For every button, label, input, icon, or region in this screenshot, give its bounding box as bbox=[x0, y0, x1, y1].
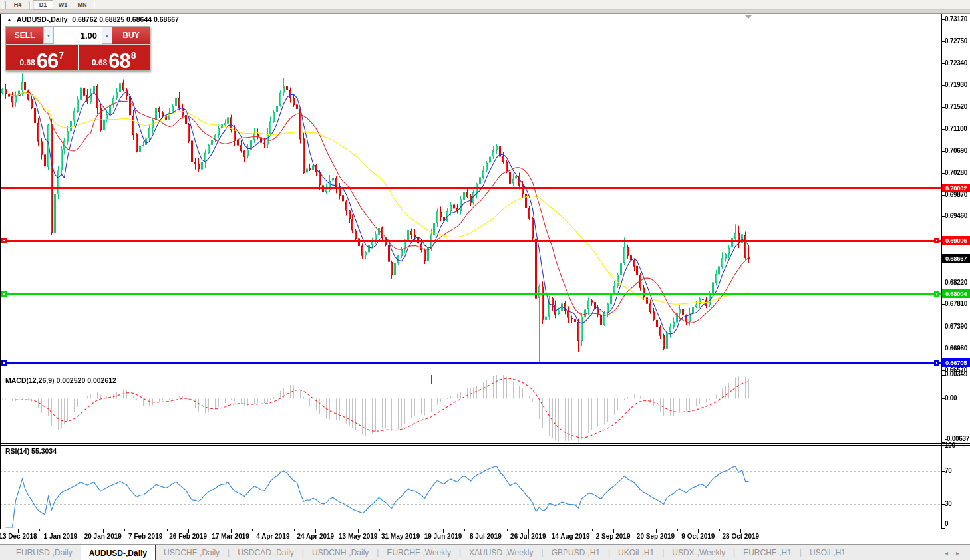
chart-ohlc-values: 0.68762 0.68825 0.68644 0.68667 bbox=[72, 15, 179, 23]
rsi-axis-label: 70 bbox=[945, 467, 970, 474]
price-badge-0.70002: 0.70002 bbox=[942, 184, 970, 192]
price-axis-label: 0.73170 bbox=[945, 15, 970, 23]
toolbar-grip[interactable] bbox=[2, 1, 6, 9]
time-axis-label: 8 Jul 2019 bbox=[470, 533, 502, 540]
rsi-indicator-label: RSI(14) 55.3034 bbox=[5, 447, 57, 455]
price-chart-canvas[interactable] bbox=[0, 0, 970, 560]
price-badge-0.66705: 0.66705 bbox=[942, 358, 970, 367]
chart-tab-eurchf-h1[interactable]: EURCHF-,H1 bbox=[735, 545, 800, 560]
timeframe-button-d1[interactable]: D1 bbox=[33, 0, 53, 10]
timeframe-button-h4[interactable]: H4 bbox=[8, 1, 27, 9]
time-axis-label: 17 Mar 2019 bbox=[212, 533, 249, 540]
chart-tab-bar: EURUSD-,DailyAUDUSD-,DailyUSDCHF-,Daily|… bbox=[0, 544, 970, 560]
price-axis-border bbox=[941, 14, 942, 529]
price-axis-label: 0.67810 bbox=[945, 300, 970, 307]
buy-price-prefix: 0.68 bbox=[92, 58, 107, 67]
chart-tab-eurusd-daily[interactable]: EURUSD-,Daily bbox=[8, 545, 81, 560]
time-axis-label: 19 Jun 2019 bbox=[424, 533, 462, 540]
price-badge-0.68667: 0.68667 bbox=[942, 254, 970, 263]
window-chrome-strip bbox=[0, 10, 970, 14]
buy-price-panel[interactable]: 0.68 68 8 bbox=[79, 45, 150, 70]
chart-tab-usoil-h1[interactable]: USOil-,H1 bbox=[802, 545, 854, 560]
time-axis-label: 4 Apr 2019 bbox=[256, 533, 289, 540]
price-axis-label: 0.72750 bbox=[945, 37, 970, 45]
buy-price-big: 68 bbox=[108, 52, 130, 70]
time-axis-label: 28 Oct 2019 bbox=[722, 533, 759, 540]
sell-price-big: 66 bbox=[37, 52, 58, 70]
chart-tab-gbpusd-h1[interactable]: GBPUSD-,H1 bbox=[544, 545, 608, 560]
rsi-axis-label: 100 bbox=[945, 442, 970, 449]
time-axis-label: 14 Aug 2019 bbox=[552, 533, 590, 540]
price-axis-label: 0.70690 bbox=[945, 147, 970, 154]
price-axis-label: 0.69460 bbox=[945, 212, 970, 219]
macd-indicator-label: MACD(12,26,9) 0.002520 0.002612 bbox=[5, 376, 116, 384]
chart-tab-usdcad-daily[interactable]: USDCAD-,Daily bbox=[230, 545, 302, 560]
toolbar-separator bbox=[94, 1, 95, 9]
chart-tab-usdx-weekly[interactable]: USDX-,Weekly bbox=[664, 545, 733, 560]
tab-scroll-right-button[interactable]: ▸ bbox=[956, 549, 959, 557]
chart-tab-ukoil-h1[interactable]: UKOil-,H1 bbox=[610, 545, 662, 560]
buy-price-pip: 8 bbox=[131, 50, 136, 61]
volume-input[interactable]: 1.00 bbox=[54, 27, 102, 44]
time-axis-label: 26 Feb 2019 bbox=[169, 533, 207, 540]
timeframe-button-mn[interactable]: MN bbox=[73, 1, 92, 9]
time-axis-label: 26 Jul 2019 bbox=[510, 533, 546, 540]
macd-axis-label: 0.00349 bbox=[945, 370, 970, 378]
macd-axis-label: 0.00 bbox=[945, 394, 970, 402]
main-macd-splitter-lower[interactable] bbox=[0, 374, 970, 374]
chart-tab-eurchf-weekly[interactable]: EURCHF-,Weekly bbox=[379, 545, 458, 560]
chart-left-border bbox=[0, 14, 1, 529]
time-axis-label: 31 May 2019 bbox=[381, 533, 420, 540]
chart-tab-audusd-daily[interactable]: AUDUSD-,Daily bbox=[81, 545, 156, 560]
macd-rsi-splitter-lower[interactable] bbox=[0, 445, 970, 446]
macd-rsi-splitter[interactable] bbox=[0, 443, 970, 444]
collapse-triangle-icon[interactable]: ▲ bbox=[7, 17, 12, 23]
price-axis-label: 0.66980 bbox=[945, 345, 970, 352]
price-axis-label: 0.72340 bbox=[945, 59, 970, 67]
buy-button[interactable]: BUY bbox=[112, 27, 150, 44]
rsi-axis-label: 0 bbox=[945, 520, 970, 527]
price-axis-label: 0.71520 bbox=[945, 103, 970, 110]
rsi-bottom-border bbox=[0, 529, 970, 529]
time-axis-label: 1 Jan 2019 bbox=[44, 533, 78, 540]
time-axis-label: 7 Feb 2019 bbox=[128, 533, 162, 540]
sell-price-pip: 7 bbox=[59, 50, 64, 61]
chart-symbol-title: AUDUSD-,Daily bbox=[17, 15, 67, 23]
chart-tab-usdchf-daily[interactable]: USDCHF-,Daily bbox=[156, 545, 228, 560]
time-axis-label: 2 Sep 2019 bbox=[596, 533, 631, 540]
time-axis-label: 24 Apr 2019 bbox=[297, 533, 334, 540]
tab-scroll-left-button[interactable]: ◂ bbox=[945, 549, 948, 557]
price-axis-label: 0.70280 bbox=[945, 169, 970, 176]
time-axis-label: 13 May 2019 bbox=[339, 533, 377, 540]
timeframe-button-w1[interactable]: W1 bbox=[53, 1, 73, 9]
chart-tab-usdcnh-daily[interactable]: USDCNH-,Daily bbox=[304, 545, 377, 560]
sell-button[interactable]: SELL bbox=[6, 27, 43, 44]
time-axis-label: 9 Oct 2019 bbox=[681, 533, 715, 540]
time-axis-label: 20 Jan 2019 bbox=[84, 533, 122, 540]
price-axis-label: 0.71100 bbox=[945, 125, 970, 132]
time-axis-label: 20 Sep 2019 bbox=[637, 533, 675, 540]
price-axis-label: 0.71930 bbox=[945, 81, 970, 88]
one-click-trading-widget: SELL ▼ 1.00 ▲ BUY 0.68 66 7 0.68 68 8 bbox=[5, 26, 150, 71]
rsi-axis-label: 30 bbox=[945, 500, 970, 507]
chart-tab-xauusd-weekly[interactable]: XAUUSD-,Weekly bbox=[461, 545, 541, 560]
sell-price-panel[interactable]: 0.68 66 7 bbox=[6, 45, 78, 70]
time-axis-label: 13 Dec 2018 bbox=[0, 533, 37, 540]
toolbar-separator bbox=[29, 1, 31, 9]
price-badge-0.69006: 0.69006 bbox=[942, 236, 970, 245]
price-axis-label: 0.68220 bbox=[945, 279, 970, 286]
main-macd-splitter[interactable] bbox=[0, 372, 970, 372]
timeframe-toolbar: H4D1W1MN bbox=[0, 0, 970, 10]
price-axis-label: 0.67390 bbox=[945, 323, 970, 330]
price-badge-0.68004: 0.68004 bbox=[942, 289, 970, 298]
mt4-window: H4D1W1MN ▲ AUDUSD-,Daily 0.68762 0.68825… bbox=[0, 0, 970, 560]
chart-info-line: ▲ AUDUSD-,Daily 0.68762 0.68825 0.68644 … bbox=[7, 15, 179, 23]
volume-decrease-button[interactable]: ▼ bbox=[43, 27, 54, 44]
volume-increase-button[interactable]: ▲ bbox=[102, 27, 112, 44]
sell-price-prefix: 0.68 bbox=[19, 58, 35, 67]
